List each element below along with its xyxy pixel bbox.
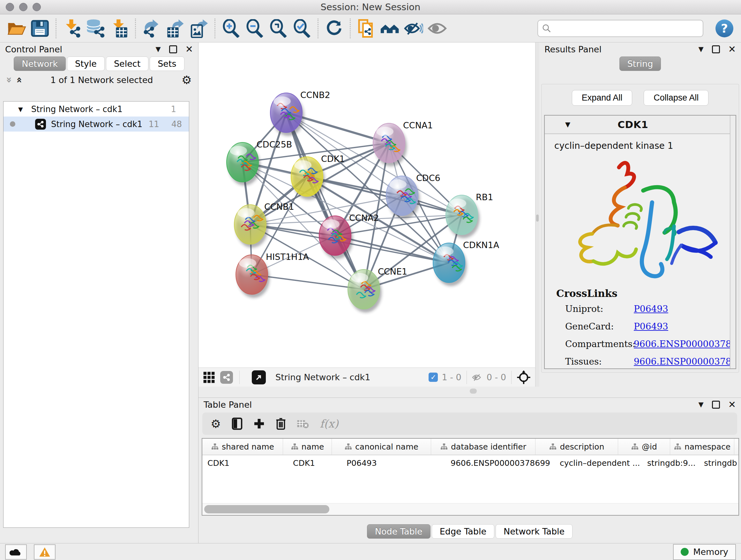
float-panel-icon[interactable]: ▼ [698, 45, 704, 53]
crosslink-link[interactable]: P06493 [634, 321, 718, 332]
open-session-button[interactable] [4, 17, 28, 40]
crosslink-label: Compartments: [565, 339, 634, 349]
import-table-button[interactable] [108, 17, 131, 40]
memory-button[interactable]: Memory [673, 544, 736, 560]
export-table-button[interactable] [163, 17, 187, 40]
network-row-selected[interactable]: String Network – cdk1 11 48 [3, 117, 189, 132]
add-column-icon[interactable] [253, 418, 265, 429]
table-cell[interactable]: cyclin–dependent ... [555, 458, 642, 468]
column-header-namespace[interactable]: namespace [670, 439, 734, 455]
column-header-canonical-name[interactable]: canonical name [332, 439, 431, 455]
fit-content-crosshair-icon[interactable] [517, 370, 531, 384]
cloud-status-button[interactable] [5, 544, 27, 560]
horizontal-splitter[interactable] [199, 387, 741, 397]
maximize-panel-icon[interactable] [712, 45, 720, 53]
birdseye-grid-icon[interactable] [203, 371, 215, 383]
network-node-CDKN1A[interactable]: CDKN1A [433, 240, 499, 286]
tab-sets[interactable]: Sets [150, 57, 184, 71]
table-cell[interactable]: stringdb [699, 458, 739, 468]
collapse-all-networks-icon[interactable]: » [13, 77, 24, 83]
table-cell[interactable]: P06493 [341, 458, 446, 468]
tab-string[interactable]: String [619, 57, 661, 71]
select-columns-icon[interactable] [232, 417, 243, 430]
copy-network-button[interactable] [354, 17, 378, 40]
node-details-header[interactable]: ▼ CDK1 [545, 116, 730, 134]
table-cell[interactable]: stringdb:9... [642, 458, 699, 468]
collapse-collection-icon[interactable]: ▼ [18, 106, 23, 113]
crosslink-link[interactable]: 9606.ENSP00000378699 [634, 339, 730, 349]
network-node-CDK1[interactable]: CDK1 [291, 154, 345, 200]
table-horizontal-scrollbar[interactable] [202, 503, 738, 515]
crosslink-link[interactable]: P06493 [634, 304, 718, 314]
zoom-out-button[interactable] [243, 17, 266, 40]
column-header-name[interactable]: name [283, 439, 332, 455]
collapse-all-button[interactable]: Collapse All [644, 90, 709, 106]
table-cell[interactable]: CDK1 [288, 458, 341, 468]
refresh-button[interactable] [322, 17, 346, 40]
maximize-panel-icon[interactable] [169, 45, 177, 53]
collapse-node-details-icon[interactable]: ▼ [565, 121, 570, 128]
close-panel-icon[interactable]: ✕ [728, 399, 736, 410]
table-cell[interactable]: CDK1 [202, 458, 288, 468]
float-panel-icon[interactable]: ▼ [698, 401, 704, 408]
network-node-CCNB1[interactable]: CCNB1 [234, 202, 294, 248]
results-scrollbar[interactable] [730, 116, 736, 368]
control-panel-title: Control Panel [5, 44, 62, 54]
network-view[interactable]: CCNB2CCNA1CDC25BCDK1CDC6RB1CCNB1CCNA2HIS… [199, 43, 535, 387]
network-canvas[interactable]: CCNB2CCNA1CDC25BCDK1CDC6RB1CCNB1CCNA2HIS… [199, 43, 535, 368]
column-header-shared-name[interactable]: shared name [202, 439, 283, 455]
crosslink-link[interactable]: 9606.ENSP00000378699 [634, 356, 730, 367]
close-panel-icon[interactable]: ✕ [728, 44, 736, 55]
float-panel-icon[interactable]: ▼ [156, 45, 161, 53]
help-button[interactable]: ? [716, 19, 733, 37]
column-header-@id[interactable]: @id [618, 439, 670, 455]
expand-all-button[interactable]: Expand All [572, 90, 632, 106]
selected-checkbox-icon[interactable]: ✓ [428, 373, 438, 382]
tab-node-table[interactable]: Node Table [367, 524, 430, 539]
export-network-button[interactable] [140, 17, 163, 40]
tab-network-table[interactable]: Network Table [495, 524, 572, 539]
tab-style[interactable]: Style [67, 57, 105, 71]
zoom-selected-button[interactable] [290, 17, 314, 40]
close-panel-icon[interactable]: ✕ [185, 44, 193, 55]
network-collection-row[interactable]: ▼ String Network – cdk1 1 [3, 102, 189, 117]
node-label: CCNB1 [264, 202, 294, 212]
column-header-database-identifier[interactable]: database identifier [431, 439, 536, 455]
network-node-RB1[interactable]: RB1 [446, 192, 493, 238]
hidden-eye-icon [472, 373, 483, 381]
open-in-new-icon[interactable] [252, 370, 266, 384]
show-all-button[interactable] [425, 17, 449, 40]
string-home-button[interactable] [378, 17, 402, 40]
network-node-CDC6[interactable]: CDC6 [386, 173, 441, 219]
delete-column-icon[interactable] [276, 417, 286, 430]
table-row[interactable]: CDK1CDK1P064939606.ENSP00000378699cyclin… [202, 455, 738, 471]
network-node-CCNB2[interactable]: CCNB2 [270, 90, 330, 136]
tab-select[interactable]: Select [106, 57, 148, 71]
tab-network[interactable]: Network [14, 57, 66, 71]
save-session-button[interactable] [28, 17, 52, 40]
warnings-button[interactable] [34, 544, 56, 560]
string-overlay-icon[interactable] [220, 371, 233, 384]
hide-unselected-button[interactable] [402, 17, 425, 40]
table-cell[interactable]: 9606.ENSP00000378699 [446, 458, 555, 468]
import-network-database-button[interactable] [84, 17, 108, 40]
node-label: CDK1 [321, 154, 345, 164]
network-options-gear-icon[interactable]: ⚙ [182, 73, 192, 86]
network-node-CCNE1[interactable]: CCNE1 [348, 266, 407, 313]
network-node-CCNA1[interactable]: CCNA1 [373, 120, 433, 166]
maximize-panel-icon[interactable] [712, 401, 720, 409]
scrollbar-thumb[interactable] [204, 505, 329, 513]
tab-edge-table[interactable]: Edge Table [432, 524, 494, 539]
network-node-CDC25B[interactable]: CDC25B [226, 139, 292, 186]
zoom-fit-button[interactable] [266, 17, 290, 40]
table-options-gear-icon[interactable]: ⚙ [211, 417, 221, 430]
column-header-description[interactable]: description [536, 439, 618, 455]
export-image-button[interactable] [187, 17, 211, 40]
vertical-splitter[interactable] [535, 43, 539, 387]
eye-slash-icon [404, 20, 423, 37]
import-network-file-button[interactable] [60, 17, 84, 40]
zoom-in-button[interactable] [219, 17, 243, 40]
two-houses-icon [380, 20, 400, 37]
search-input[interactable] [554, 23, 699, 34]
network-node-HIST1H1A[interactable]: HIST1H1A [236, 252, 309, 298]
